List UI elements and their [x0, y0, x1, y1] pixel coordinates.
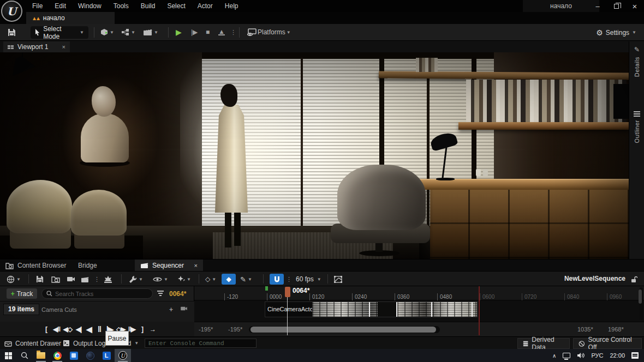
vertical-scrollbar[interactable] [640, 287, 643, 320]
level-tab[interactable]: ▲▲ начало [26, 12, 115, 24]
maximize-button[interactable] [607, 0, 625, 12]
console-command-input[interactable] [145, 339, 257, 348]
camera-cuts-section[interactable]: CineCameraActor1 [265, 301, 478, 317]
playback-options-dropdown[interactable]: ▼ [177, 274, 191, 285]
file-explorer-button[interactable] [33, 349, 49, 362]
edit-mode-dropdown[interactable]: ✎ ▼ [240, 274, 252, 285]
settings-dropdown[interactable]: ⚙ Settings ▼ [596, 26, 636, 39]
playhead-handle[interactable] [285, 287, 290, 297]
camera-cuts-track-label[interactable]: Camera Cuts [41, 306, 77, 313]
pause-button[interactable]: ‖ [96, 325, 103, 334]
step-back-button[interactable]: ◀| [75, 325, 82, 333]
browse-sequence-button[interactable] [51, 274, 60, 285]
snapping-options-button[interactable]: ⋮ [286, 274, 292, 285]
platforms-dropdown[interactable]: Platforms ▼ [247, 26, 291, 38]
close-button[interactable]: × [625, 0, 644, 12]
track-add-icon[interactable]: + [169, 306, 173, 313]
derived-data-button[interactable]: Derived Data [517, 338, 570, 349]
step-forward-button[interactable]: ‖▶ [128, 325, 135, 333]
menu-file[interactable]: File [26, 0, 49, 12]
view-range-end[interactable]: 1035* [577, 326, 593, 333]
curve-editor-button[interactable] [334, 274, 342, 285]
unreal-engine-taskbar-button[interactable]: U [115, 349, 131, 362]
output-log-button[interactable]: Output Log [63, 338, 105, 348]
volume-icon[interactable] [577, 352, 585, 359]
eject-button[interactable]: ▲ [218, 26, 225, 38]
menu-tools[interactable]: Tools [108, 0, 135, 12]
clock[interactable]: 22:00 [610, 352, 625, 359]
lock-sequence-button[interactable] [630, 274, 637, 285]
tab-sequencer[interactable]: Sequencer × [135, 260, 203, 272]
chrome-button[interactable] [49, 349, 65, 362]
fps-dropdown[interactable]: 60 fps ▼ [293, 274, 325, 285]
snapping-button[interactable] [270, 274, 284, 285]
details-tab[interactable]: ✎ Details [629, 46, 644, 77]
auto-key-button[interactable]: ◆ [222, 274, 236, 285]
network-icon[interactable] [563, 353, 570, 358]
cinematics-button[interactable]: ▼ [143, 26, 158, 38]
blueprints-button[interactable]: ▼ [121, 26, 135, 38]
sequencer-settings-dropdown[interactable]: ▼ [129, 274, 143, 285]
select-mode-dropdown[interactable]: Select Mode ▼ [31, 26, 88, 39]
viewport-tab[interactable]: Viewport 1 × [3, 41, 70, 52]
add-track-button[interactable]: + Track [7, 288, 37, 299]
keyframe-options-dropdown[interactable]: ◇ ▼ [205, 274, 216, 285]
track-camera-icon[interactable] [180, 306, 188, 311]
camera-button[interactable] [67, 274, 75, 285]
skip-button[interactable]: |▶ [191, 26, 198, 38]
previous-key-button[interactable]: ◀◇ [63, 325, 72, 333]
render-options-button[interactable]: ⋮ [94, 274, 100, 285]
range-end-marker[interactable] [479, 286, 480, 335]
viewport-3d-scene[interactable] [0, 52, 629, 259]
play-options-button[interactable]: ⋮ [230, 26, 236, 38]
play-reverse-button[interactable]: ◀ [85, 325, 93, 334]
menu-select[interactable]: Select [161, 0, 191, 12]
play-button[interactable]: ▶ [176, 26, 182, 38]
seq-save-button[interactable] [36, 274, 44, 285]
tray-expand-icon[interactable]: ∧ [552, 353, 556, 359]
outliner-tab[interactable]: Outliner [629, 111, 644, 143]
content-drawer-button[interactable]: Content Drawer [4, 338, 61, 348]
render-movie-button[interactable] [81, 274, 90, 285]
l-app-button[interactable]: L [98, 349, 115, 362]
view-options-dropdown[interactable]: ▼ [153, 274, 168, 285]
filter-icon[interactable] [157, 291, 164, 296]
current-frame-field[interactable]: 0064* [169, 290, 186, 298]
menu-help[interactable]: Help [219, 0, 245, 12]
minimize-button[interactable]: – [588, 0, 607, 12]
actions-button[interactable] [104, 274, 112, 285]
menu-build[interactable]: Build [135, 0, 162, 12]
menu-window[interactable]: Window [72, 0, 108, 12]
add-actor-button[interactable]: ▼ [100, 26, 114, 38]
language-indicator[interactable]: РУС [591, 352, 603, 359]
save-button[interactable] [8, 26, 16, 38]
search-tracks-input[interactable] [55, 291, 137, 297]
search-tracks-box[interactable] [41, 288, 153, 299]
jump-to-start-button[interactable]: [ [43, 325, 50, 333]
loop-mode-button[interactable]: → [148, 325, 156, 333]
photos-app-button[interactable] [65, 349, 82, 362]
menu-edit[interactable]: Edit [49, 0, 72, 12]
timeline-ruler[interactable]: -120 0000 0120 0240 0360 0480 0600 0720 … [194, 286, 644, 300]
menu-actor[interactable]: Actor [192, 0, 219, 12]
stop-button[interactable]: ■ [206, 26, 210, 38]
action-center-icon[interactable] [631, 352, 639, 359]
working-range-start[interactable]: -195* [199, 326, 213, 333]
jump-to-end-button[interactable]: ] [138, 325, 146, 333]
step-back-frames-button[interactable]: ◀‖ [53, 325, 61, 333]
source-control-button[interactable]: Source Control Off [573, 338, 642, 349]
taskbar-search-button[interactable] [16, 349, 33, 362]
dark-circle-app-button[interactable] [82, 349, 98, 362]
view-range-start[interactable]: -195* [228, 326, 242, 333]
tab-content-browser[interactable]: Content Browser [0, 260, 71, 272]
working-range-end[interactable]: 1968* [608, 326, 624, 333]
horizontal-scrollbar[interactable] [249, 326, 440, 333]
sequencer-tab-close-icon[interactable]: × [194, 262, 198, 269]
world-dropdown[interactable]: ▼ [7, 274, 21, 285]
viewport-close-icon[interactable]: × [62, 44, 65, 50]
start-button[interactable] [0, 349, 16, 362]
tab-bridge[interactable]: Bridge [73, 260, 103, 272]
range-start-marker[interactable] [265, 286, 268, 291]
scrollbar-thumb[interactable] [639, 289, 642, 304]
scrollbar-thumb[interactable] [251, 327, 436, 333]
